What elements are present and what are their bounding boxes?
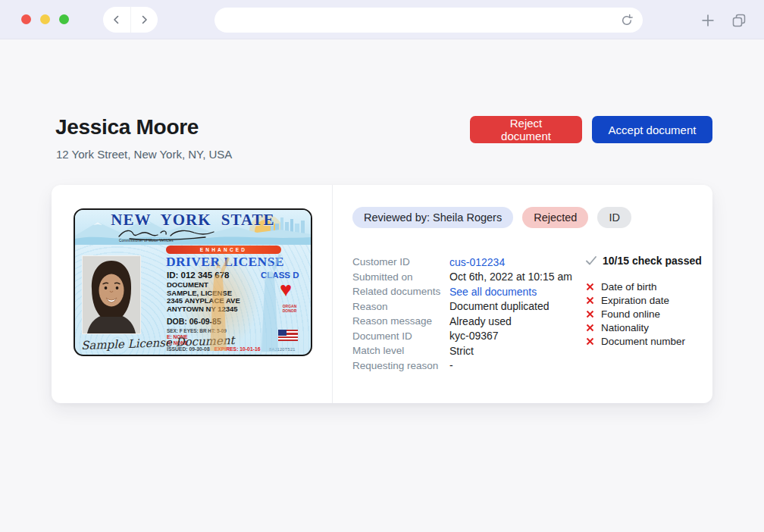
- failed-check-item: Date of birth: [586, 280, 711, 293]
- failed-check-item: Expiration date: [586, 293, 711, 307]
- license-portrait-photo: [82, 255, 141, 334]
- nav-buttons: [103, 7, 158, 33]
- checks-panel: 10/15 check passed Date of birth Expirat…: [586, 255, 711, 349]
- check-icon: [586, 256, 596, 265]
- detail-row-match-level: Match level Strict: [352, 343, 572, 358]
- screen: Jessica Moore 12 York Street, New York, …: [0, 0, 764, 532]
- reviewed-by-badge: Reviewed by: Sheila Rogers: [352, 207, 513, 228]
- document-type-badge: ID: [597, 207, 631, 228]
- customer-id-link[interactable]: cus-012234: [449, 256, 505, 268]
- failed-check-item: Nationality: [586, 321, 711, 335]
- statue-of-liberty-watermark-2: [254, 249, 286, 355]
- accept-document-button[interactable]: Accept document: [592, 116, 712, 143]
- failed-check-item: Document number: [586, 335, 711, 349]
- zoom-icon[interactable]: [59, 14, 69, 24]
- page-title: Jessica Moore: [55, 115, 199, 139]
- detail-list: Customer ID cus-012234 Submitted on Oct …: [352, 255, 572, 373]
- driver-license-image: NEW YORK STATE Commissioner of Motor Veh…: [74, 208, 312, 356]
- forward-icon[interactable]: [131, 7, 158, 33]
- minimize-icon[interactable]: [40, 14, 50, 24]
- x-icon: [586, 337, 594, 346]
- detail-row-related-documents: Related documents See all documents: [352, 284, 572, 299]
- customer-address: 12 York Street, New York, NY, USA: [56, 148, 232, 161]
- card-divider: [332, 185, 333, 403]
- see-all-documents-link[interactable]: See all documents: [449, 286, 537, 298]
- browser-chrome: [0, 0, 764, 39]
- failed-checks-list: Date of birth Expiration date Found onli…: [586, 280, 711, 349]
- detail-row-customer-id: Customer ID cus-012234: [352, 255, 572, 270]
- x-icon: [586, 283, 594, 291]
- detail-row-reason: Reason Document duplicated: [352, 299, 572, 315]
- reject-document-button[interactable]: Reject document: [470, 116, 582, 143]
- x-icon: [586, 310, 594, 318]
- refresh-icon[interactable]: [620, 14, 634, 27]
- detail-row-reason-message: Reason message Already used: [352, 314, 572, 329]
- status-badge: Rejected: [522, 207, 588, 228]
- x-icon: [586, 296, 594, 305]
- badge-row: Reviewed by: Sheila Rogers Rejected ID: [352, 207, 631, 228]
- failed-check-item: Found online: [586, 307, 711, 321]
- statue-of-liberty-watermark: [202, 252, 234, 355]
- address-bar[interactable]: [214, 8, 643, 33]
- back-icon[interactable]: [103, 7, 131, 33]
- license-header-band: NEW YORK STATE Commissioner of Motor Veh…: [75, 210, 311, 245]
- close-icon[interactable]: [21, 14, 31, 24]
- new-tab-icon[interactable]: [699, 11, 717, 30]
- detail-row-submitted-on: Submitted on Oct 6th, 2022 at 10:15 am: [352, 270, 572, 285]
- check-summary: 10/15 check passed: [586, 255, 711, 267]
- document-review-card: NEW YORK STATE Commissioner of Motor Veh…: [52, 185, 712, 403]
- detail-row-requesting-reason: Requesting reason -: [352, 358, 572, 374]
- x-icon: [586, 324, 594, 332]
- commissioner-title: Commissioner of Motor Vehicles: [119, 239, 174, 243]
- detail-row-document-id: Document ID kyc-09367: [352, 329, 572, 344]
- tabs-icon[interactable]: [730, 11, 748, 30]
- window-controls: [21, 14, 69, 24]
